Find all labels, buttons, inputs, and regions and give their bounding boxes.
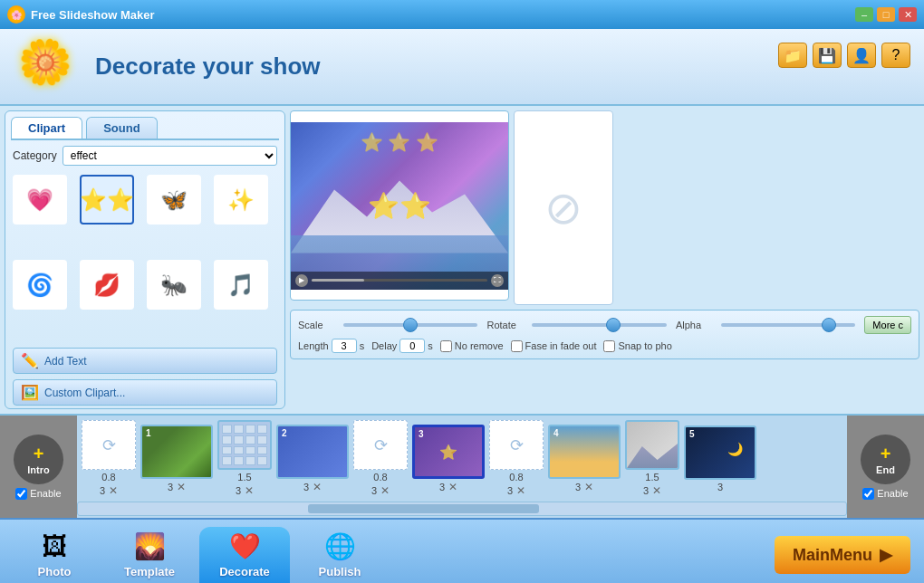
open-folder-button[interactable]: 📁 xyxy=(778,43,807,68)
tl-time-5: 3 xyxy=(717,482,723,492)
tl-img-empty2[interactable]: ⟳ xyxy=(353,420,408,470)
snap-checkbox[interactable] xyxy=(603,340,615,352)
maximize-button[interactable]: □ xyxy=(877,7,895,22)
clipart-grid: 💗 ⭐⭐ 🦋 ✨ 🌀 💋 🐜 🎵 xyxy=(5,171,284,345)
right-mini-preview: ⊘ xyxy=(514,110,613,305)
help-button[interactable]: ? xyxy=(881,43,910,68)
tl-controls-t2: 3 ✕ xyxy=(371,484,390,497)
tl-img-4[interactable]: 4 xyxy=(548,425,621,479)
timeline-scrollbar[interactable] xyxy=(77,502,847,516)
tl-img-empty0[interactable]: ⟳ xyxy=(82,420,136,470)
timeline-item-2: 2 3 ✕ xyxy=(276,425,349,493)
main-content: Clipart Sound Category effect 💗 ⭐⭐ 🦋 ✨ 🌀… xyxy=(0,106,924,414)
scale-slider[interactable] xyxy=(343,319,477,331)
tl-num-5: 5 xyxy=(689,429,695,439)
tl-num-3: 3 xyxy=(419,429,424,439)
clipart-stars[interactable]: ⭐⭐ xyxy=(80,175,134,225)
clipart-sparkle[interactable]: ✨ xyxy=(214,175,268,225)
category-select[interactable]: effect xyxy=(63,146,277,166)
intro-enable-check[interactable]: Enable xyxy=(15,488,61,500)
tab-sound[interactable]: Sound xyxy=(86,117,157,139)
alpha-label: Alpha xyxy=(676,320,712,330)
timeline-area: + Intro Enable ⟳ 0.8 3 ✕ xyxy=(0,414,924,518)
tl-img-empty3[interactable]: ⟳ xyxy=(489,420,544,470)
clipart-drops[interactable]: 🎵 xyxy=(214,260,268,310)
tl-img-3[interactable]: 3 ⭐ xyxy=(412,425,485,479)
fade-check[interactable]: Fase in fade out xyxy=(511,340,597,352)
timeline-scroll[interactable]: ⟳ 0.8 3 ✕ 1 3 ✕ xyxy=(77,416,847,502)
nav-photo[interactable]: 🖼 Photo xyxy=(9,527,100,583)
preview-clipart: ⭐⭐ xyxy=(368,191,431,221)
intro-enable-checkbox[interactable] xyxy=(15,488,27,500)
tl-img-2[interactable]: 2 xyxy=(276,425,349,479)
tl-controls-t3: 3 ✕ xyxy=(507,484,525,497)
tl-img-5[interactable]: 5 🌙 xyxy=(684,425,756,480)
tl-img-grid[interactable] xyxy=(217,420,272,470)
play-button[interactable]: ▶ xyxy=(295,274,308,287)
tl-delete-3[interactable]: ✕ xyxy=(448,481,457,493)
tl-num-2: 2 xyxy=(282,428,287,438)
clipart-lips[interactable]: 💋 xyxy=(80,260,134,310)
timeline-item-t3: ⟳ 0.8 3 ✕ xyxy=(489,420,544,497)
tl-delete-t2[interactable]: ✕ xyxy=(380,484,390,497)
app-title: Free Slideshow Maker xyxy=(31,8,155,22)
user-button[interactable]: 👤 xyxy=(847,43,876,68)
timeline-item-t2: ⟳ 0.8 3 ✕ xyxy=(353,420,408,497)
length-input[interactable] xyxy=(332,339,357,353)
fullscreen-button[interactable]: ⛶ xyxy=(491,274,504,287)
no-remove-label: No remove xyxy=(455,340,504,351)
tl-time-4: 3 xyxy=(575,482,581,492)
delay-input[interactable] xyxy=(399,339,425,353)
timeline-end[interactable]: + End Enable xyxy=(847,416,924,518)
end-label: End xyxy=(876,464,895,475)
close-button[interactable]: ✕ xyxy=(899,7,917,22)
no-remove-check[interactable]: No remove xyxy=(440,340,504,352)
tl-img-mountain[interactable] xyxy=(625,420,679,470)
tl-duration-t2: 0.8 xyxy=(373,472,387,483)
main-menu-button[interactable]: MainMenu ▶ xyxy=(775,536,910,574)
custom-clipart-button[interactable]: 🖼️ Custom Clipart... xyxy=(13,379,277,406)
tl-img-1[interactable]: 1 xyxy=(140,425,213,479)
tl-delete-t3[interactable]: ✕ xyxy=(516,484,525,497)
tab-clipart[interactable]: Clipart xyxy=(11,117,82,139)
clipart-swirl[interactable]: 🌀 xyxy=(13,260,67,310)
fade-checkbox[interactable] xyxy=(511,340,523,352)
rotate-label: Rotate xyxy=(486,320,523,330)
tl-delete-t1[interactable]: ✕ xyxy=(245,484,254,497)
header: 🌼 Decorate your show 📁 💾 👤 ? xyxy=(0,29,924,106)
minimize-button[interactable]: – xyxy=(855,7,873,22)
nav-publish[interactable]: 🌐 Publish xyxy=(294,527,385,583)
end-enable-check[interactable]: Enable xyxy=(862,488,908,500)
tl-delete-t4[interactable]: ✕ xyxy=(652,484,661,497)
tl-controls-0: 3 ✕ xyxy=(100,484,118,497)
timeline-intro[interactable]: + Intro Enable xyxy=(0,416,77,518)
length-unit: s xyxy=(360,340,365,351)
scrollbar-thumb xyxy=(308,504,538,513)
tl-delete-2[interactable]: ✕ xyxy=(313,481,322,493)
save-button[interactable]: 💾 xyxy=(813,43,842,68)
nav-decorate[interactable]: ❤️ Decorate xyxy=(199,527,290,583)
controls-row-2: Length s Delay s No remove Fase in fade … xyxy=(298,339,911,353)
no-remove-checkbox[interactable] xyxy=(440,340,452,352)
page-title: Decorate your show xyxy=(95,53,321,81)
nav-template[interactable]: 🌄 Template xyxy=(104,527,195,583)
end-enable-label: Enable xyxy=(877,488,908,499)
category-label: Category xyxy=(13,149,57,162)
snap-check[interactable]: Snap to pho xyxy=(603,340,671,352)
tl-delete-0[interactable]: ✕ xyxy=(109,484,118,497)
publish-icon: 🌐 xyxy=(324,531,356,561)
tl-time-1: 3 xyxy=(168,482,173,492)
clipart-ant[interactable]: 🐜 xyxy=(147,260,201,310)
add-text-button[interactable]: ✏️ Add Text xyxy=(13,348,277,374)
tl-delete-4[interactable]: ✕ xyxy=(584,481,593,493)
rotate-slider[interactable] xyxy=(532,319,666,331)
clipart-heart[interactable]: 💗 xyxy=(13,175,67,225)
more-button[interactable]: More c xyxy=(864,316,911,334)
delay-label: Delay xyxy=(371,340,397,351)
end-enable-checkbox[interactable] xyxy=(862,488,874,500)
fade-label: Fase in fade out xyxy=(525,340,597,351)
tl-delete-1[interactable]: ✕ xyxy=(177,481,186,493)
alpha-slider[interactable] xyxy=(721,319,855,331)
left-panel: Clipart Sound Category effect 💗 ⭐⭐ 🦋 ✨ 🌀… xyxy=(5,110,285,409)
clipart-butterfly[interactable]: 🦋 xyxy=(147,175,201,225)
